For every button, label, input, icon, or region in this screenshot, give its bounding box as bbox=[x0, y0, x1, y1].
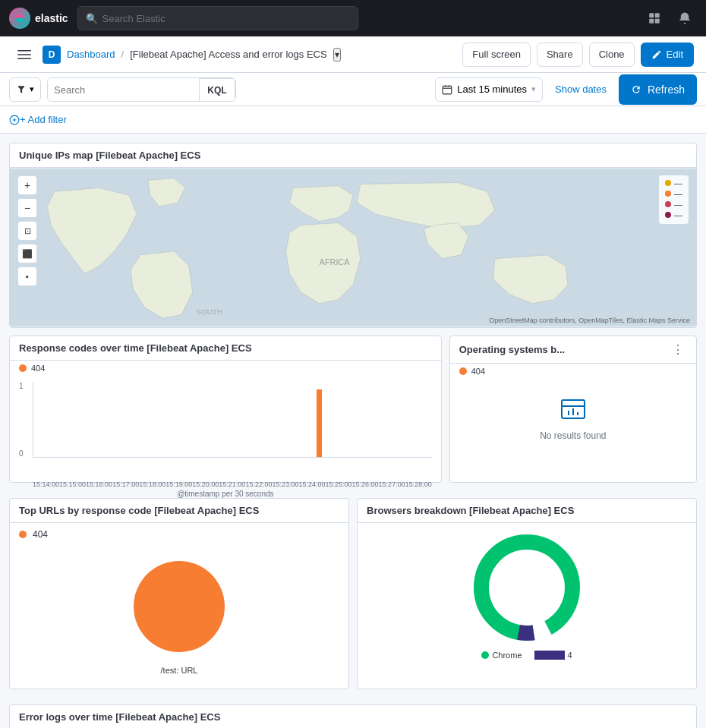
share-button[interactable]: Share bbox=[537, 43, 583, 67]
search-placeholder-text: Search Elastic bbox=[102, 13, 165, 24]
map-svg: AFRICA SOUTH bbox=[10, 168, 696, 327]
response-codes-legend: 404 bbox=[10, 361, 441, 376]
fullscreen-button[interactable]: Full screen bbox=[462, 43, 531, 67]
top-urls-legend: 404 bbox=[19, 529, 339, 540]
svg-rect-3 bbox=[655, 13, 660, 17]
elastic-logo-text: elastic bbox=[35, 12, 68, 24]
elastic-logo: elastic bbox=[9, 8, 68, 29]
filter-search-field[interactable] bbox=[54, 84, 193, 96]
row-urls-browsers: Top URLs by response code [Filebeat Apac… bbox=[9, 498, 697, 697]
browsers-donut-chart bbox=[470, 531, 584, 644]
top-urls-legend-dot bbox=[19, 531, 27, 538]
breadcrumb-actions: Full screen Share Clone Edit bbox=[462, 43, 694, 67]
menu-toggle-button[interactable] bbox=[12, 43, 36, 67]
filter-search-input[interactable] bbox=[48, 78, 199, 102]
clone-button[interactable]: Clone bbox=[589, 43, 635, 67]
browsers-other-item: 4 bbox=[534, 651, 572, 660]
svg-rect-4 bbox=[649, 19, 654, 24]
add-filter-bar: + Add filter bbox=[0, 106, 706, 134]
browsers-donut-container: Chrome 4 bbox=[358, 523, 696, 667]
os-panel-header: Operating systems b... ⋮ bbox=[450, 336, 696, 364]
os-breakdown-panel: Operating systems b... ⋮ 404 No results … bbox=[449, 336, 697, 483]
response-codes-chart: 1 0 15:14:00 15:15:00 15:16:00 15:17:00 … bbox=[10, 376, 441, 482]
svg-rect-8 bbox=[17, 58, 31, 59]
y-axis-labels: 1 0 bbox=[19, 382, 30, 458]
breadcrumb-bar: D Dashboard / [Filebeat Apache] Access a… bbox=[0, 36, 706, 73]
top-urls-panel: Top URLs by response code [Filebeat Apac… bbox=[9, 498, 349, 689]
map-visualization: AFRICA SOUTH + − ⊡ ⬛ ▪ bbox=[10, 168, 696, 327]
legend-item-2: — bbox=[665, 189, 682, 198]
browsers-legend: Chrome 4 bbox=[481, 651, 572, 660]
os-no-results-icon bbox=[558, 394, 588, 424]
search-icon: 🔍 bbox=[86, 13, 98, 24]
top-urls-header: Top URLs by response code [Filebeat Apac… bbox=[10, 499, 348, 523]
filter-options-button[interactable] bbox=[9, 115, 20, 125]
map-zoom-in-button[interactable]: + bbox=[17, 175, 37, 195]
legend-item-4: — bbox=[665, 210, 682, 219]
row-response-os: Response codes over time [Filebeat Apach… bbox=[9, 336, 697, 490]
map-credit: OpenStreetMap contributors, OpenMapTiles… bbox=[489, 317, 690, 324]
os-no-results: No results found bbox=[450, 379, 696, 456]
chart-subtitle: @timestamp per 30 seconds bbox=[19, 490, 432, 498]
legend-dot-2 bbox=[665, 191, 671, 197]
os-legend-dot bbox=[459, 367, 467, 375]
refresh-button[interactable]: Refresh bbox=[619, 74, 697, 105]
svg-rect-6 bbox=[17, 50, 31, 52]
os-legend: 404 bbox=[450, 364, 696, 379]
response-legend-dot bbox=[19, 364, 27, 372]
os-panel-menu-button[interactable]: ⋮ bbox=[669, 342, 687, 357]
map-legend: — — — — bbox=[659, 175, 689, 224]
svg-rect-10 bbox=[445, 85, 446, 87]
legend-dot-4 bbox=[665, 212, 671, 218]
kql-badge[interactable]: KQL bbox=[199, 78, 235, 102]
legend-dot-1 bbox=[665, 180, 671, 186]
breadcrumb-separator: / bbox=[121, 49, 124, 60]
error-logs-panel: Error logs over time [Filebeat Apache] E… bbox=[9, 704, 697, 728]
svg-rect-2 bbox=[649, 13, 654, 17]
top-nav: elastic 🔍 Search Elastic bbox=[0, 0, 706, 36]
svg-point-1 bbox=[16, 17, 24, 22]
map-controls: + − ⊡ ⬛ ▪ bbox=[17, 175, 37, 286]
top-urls-pie-chart bbox=[126, 553, 232, 660]
svg-rect-5 bbox=[655, 19, 660, 24]
notifications-button[interactable] bbox=[673, 6, 697, 30]
svg-rect-7 bbox=[17, 54, 31, 55]
map-panel: Unique IPs map [Filebeat Apache] ECS AFR… bbox=[9, 143, 697, 328]
breadcrumb-title: [Filebeat Apache] Access and error logs … bbox=[130, 49, 326, 60]
svg-text:AFRICA: AFRICA bbox=[320, 257, 350, 266]
top-urls-pie-container: /test: URL bbox=[19, 546, 339, 682]
breadcrumb-dashboard-link[interactable]: Dashboard bbox=[67, 49, 115, 60]
legend-dot-3 bbox=[665, 201, 671, 207]
map-settings-button[interactable]: ▪ bbox=[17, 266, 37, 286]
global-search-bar[interactable]: 🔍 Search Elastic bbox=[77, 6, 358, 30]
top-urls-pie-area: 404 /test: URL bbox=[10, 523, 348, 689]
other-color-block bbox=[534, 651, 565, 660]
map-zoom-out-button[interactable]: − bbox=[17, 198, 37, 218]
map-layers-button[interactable]: ⬛ bbox=[17, 244, 37, 263]
response-codes-panel: Response codes over time [Filebeat Apach… bbox=[9, 336, 442, 483]
map-crop-button[interactable]: ⊡ bbox=[17, 221, 37, 241]
chart-plot-area bbox=[33, 382, 432, 458]
nav-icons bbox=[642, 6, 697, 30]
legend-item-1: — bbox=[665, 178, 682, 188]
response-codes-header: Response codes over time [Filebeat Apach… bbox=[10, 336, 441, 361]
svg-point-21 bbox=[134, 561, 225, 652]
spaces-button[interactable] bbox=[642, 6, 667, 30]
add-filter-button[interactable]: + Add filter bbox=[20, 114, 67, 125]
edit-button[interactable]: Edit bbox=[641, 43, 694, 67]
filter-bar: ▾ KQL Last 15 minutes ▾ Show dates Refre… bbox=[0, 73, 706, 106]
dashboard-content: Unique IPs map [Filebeat Apache] ECS AFR… bbox=[0, 134, 706, 728]
breadcrumb-dropdown-button[interactable]: ▾ bbox=[333, 48, 341, 61]
chart-bar-404 bbox=[317, 389, 322, 457]
browsers-header: Browsers breakdown [Filebeat Apache] ECS bbox=[358, 499, 696, 523]
svg-point-24 bbox=[490, 551, 563, 624]
filter-type-dropdown[interactable]: ▾ bbox=[9, 77, 41, 102]
map-panel-header: Unique IPs map [Filebeat Apache] ECS bbox=[10, 143, 696, 168]
browsers-chrome-item: Chrome bbox=[481, 651, 522, 660]
time-range-text: Last 15 minutes bbox=[457, 84, 527, 95]
show-dates-button[interactable]: Show dates bbox=[549, 77, 613, 102]
top-urls-label: /test: URL bbox=[161, 666, 198, 675]
legend-item-3: — bbox=[665, 200, 682, 209]
svg-text:SOUTH: SOUTH bbox=[197, 307, 222, 316]
time-picker-button[interactable]: Last 15 minutes ▾ bbox=[435, 77, 543, 102]
